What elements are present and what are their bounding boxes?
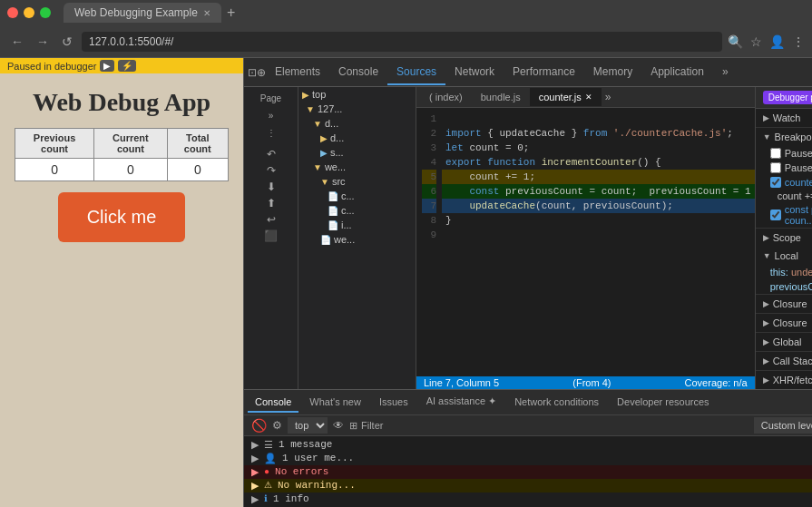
clear-console-icon[interactable]: 🚫 xyxy=(251,418,267,433)
local-header[interactable]: ▼ Local xyxy=(756,247,812,265)
editor-tab-counter-close[interactable]: ✕ xyxy=(585,93,592,102)
search-icon[interactable]: 🔍 xyxy=(728,34,743,49)
ft-d2[interactable]: ▶d... xyxy=(298,131,416,145)
bt-developer-resources[interactable]: Developer resources xyxy=(610,393,717,413)
sources-options-icon[interactable]: ⋮ xyxy=(248,125,294,141)
code-line-6: const previousCount = count; previousCou… xyxy=(442,184,755,199)
custom-levels-select[interactable]: Custom levels ▾ xyxy=(754,417,812,434)
scope-header[interactable]: ▶ Scope xyxy=(756,229,812,247)
global-section: ▶ Global Window xyxy=(756,333,812,352)
sources-page-tab[interactable]: Page xyxy=(248,91,294,106)
context-select[interactable]: top xyxy=(288,417,328,434)
breakpoints-header[interactable]: ▼ Breakpoints xyxy=(756,128,812,146)
menu-icon[interactable]: ⋮ xyxy=(792,34,805,49)
info-expand-icon[interactable]: ▶ xyxy=(251,493,259,505)
global-header[interactable]: ▶ Global Window xyxy=(756,333,812,351)
user-expand-icon[interactable]: ▶ xyxy=(251,453,259,464)
closure1-section: ▶ Closure xyxy=(756,295,812,314)
current-count-value: 0 xyxy=(94,159,167,181)
closure1-header[interactable]: ▶ Closure xyxy=(756,295,812,313)
devtools-toggle-icon[interactable]: ⊡ xyxy=(248,66,257,79)
sources-nav-icon4[interactable]: ⬆ xyxy=(267,197,276,210)
message-expand-icon[interactable]: ▶ xyxy=(251,439,259,451)
sources-more-tabs[interactable]: » xyxy=(248,108,294,123)
bp-counter-checkbox2[interactable] xyxy=(770,210,781,220)
scope-previousCount: previousCount: 1 xyxy=(756,279,812,294)
ft-i[interactable]: 📄i... xyxy=(298,218,416,232)
profile-icon[interactable]: 👤 xyxy=(769,34,785,49)
ft-d1[interactable]: ▼d... xyxy=(298,116,416,131)
browser-tab[interactable]: Web Debugging Example ✕ xyxy=(64,3,221,23)
pause-uncaught-label: Pause on uncaught exceptions xyxy=(785,148,812,159)
eye-icon[interactable]: 👁 xyxy=(333,419,344,432)
file-tree: ▶top ▼127... ▼d... ▶d... ▶s... ▼we... ▼s… xyxy=(298,87,416,389)
warn-expand-icon[interactable]: ▶ xyxy=(251,480,259,492)
forward-button[interactable]: → xyxy=(33,33,53,51)
ft-we1[interactable]: ▼we... xyxy=(298,160,416,174)
scope-label: Scope xyxy=(773,232,801,243)
tab-application[interactable]: Application xyxy=(641,60,713,85)
editor-tab-bundle[interactable]: bundle.js xyxy=(472,88,530,106)
ft-we2[interactable]: 📄we... xyxy=(298,232,416,247)
ft-127[interactable]: ▼127... xyxy=(298,102,416,116)
ft-s[interactable]: ▶s... xyxy=(298,145,416,160)
tab-sources[interactable]: Sources xyxy=(387,60,445,85)
watch-section: ▶ Watch xyxy=(756,109,812,128)
sources-nav-icon1[interactable]: ↶ xyxy=(267,148,276,161)
editor-tab-index[interactable]: ( index) xyxy=(420,88,472,106)
call-stack-header[interactable]: ▶ Call Stack xyxy=(756,352,812,370)
closure2-header[interactable]: ▶ Closure xyxy=(756,314,812,332)
user-icon: 👤 xyxy=(264,453,277,464)
click-me-button[interactable]: Click me xyxy=(58,192,186,242)
console-row-info: ▶ ℹ 1 info xyxy=(244,492,812,506)
ft-top[interactable]: ▶top xyxy=(298,87,416,102)
tab-memory[interactable]: Memory xyxy=(584,60,641,85)
bp-counter-checkbox1[interactable] xyxy=(770,177,781,188)
error-expand-icon[interactable]: ▶ xyxy=(251,466,259,478)
tab-more[interactable]: » xyxy=(713,60,738,85)
editor-tabs-more[interactable]: » xyxy=(602,87,615,107)
from-source: (From 4) xyxy=(572,377,611,388)
bookmark-icon[interactable]: ☆ xyxy=(750,34,762,49)
pause-caught-checkbox[interactable] xyxy=(770,162,781,173)
bp-pause-uncaught[interactable]: Pause on uncaught exceptions xyxy=(756,146,812,161)
url-bar[interactable] xyxy=(82,32,722,52)
info-icon: ℹ xyxy=(264,493,268,503)
bt-issues[interactable]: Issues xyxy=(372,393,416,413)
sources-nav-icon6[interactable]: ⬛ xyxy=(264,229,278,242)
bt-whats-new[interactable]: What's new xyxy=(302,393,368,413)
bp-file-label2: const previousCount = coun... xyxy=(785,204,812,226)
new-tab-button[interactable]: + xyxy=(221,5,240,21)
editor-tab-counter[interactable]: counter.js ✕ xyxy=(530,88,602,106)
tab-close-icon[interactable]: ✕ xyxy=(203,8,210,18)
devtools-inspect-icon[interactable]: ⊕ xyxy=(257,66,266,79)
console-user-label: 1 user me... xyxy=(282,453,354,463)
tab-elements[interactable]: Elements xyxy=(266,60,329,85)
ft-src[interactable]: ▼src xyxy=(298,174,416,189)
ft-c1[interactable]: 📄c... xyxy=(298,189,416,203)
maximize-button[interactable] xyxy=(40,7,51,18)
console-settings-icon[interactable]: ⚙ xyxy=(272,419,282,432)
filter-button[interactable]: ⊞ Filter xyxy=(349,420,383,432)
bp-counter-js2: const previousCount = coun... 6 xyxy=(756,202,812,228)
pause-uncaught-checkbox[interactable] xyxy=(770,148,781,159)
xhr-header[interactable]: ▶ XHR/fetch Breakpoints xyxy=(756,371,812,389)
bp-pause-caught[interactable]: Pause on caught exceptions xyxy=(756,161,812,175)
close-button[interactable] xyxy=(7,7,18,18)
bt-network-conditions[interactable]: Network conditions xyxy=(507,393,606,413)
sources-nav-icon5[interactable]: ↩ xyxy=(267,213,276,226)
reload-button[interactable]: ↺ xyxy=(58,33,76,51)
tab-network[interactable]: Network xyxy=(445,60,504,85)
sources-nav-icon2[interactable]: ↷ xyxy=(267,164,276,177)
bt-console[interactable]: Console xyxy=(248,393,298,413)
minimize-button[interactable] xyxy=(24,7,34,18)
watch-header[interactable]: ▶ Watch xyxy=(756,109,812,127)
tab-console[interactable]: Console xyxy=(329,60,387,85)
bt-ai[interactable]: AI assistance ✦ xyxy=(419,392,504,413)
ft-c2[interactable]: 📄c... xyxy=(298,203,416,218)
back-button[interactable]: ← xyxy=(7,33,27,51)
tab-performance[interactable]: Performance xyxy=(504,60,584,85)
code-line-4: export function incrementCounter() { xyxy=(442,155,755,170)
debugger-badge2: ⚡ xyxy=(118,60,136,72)
sources-nav-icon3[interactable]: ⬇ xyxy=(267,180,276,193)
